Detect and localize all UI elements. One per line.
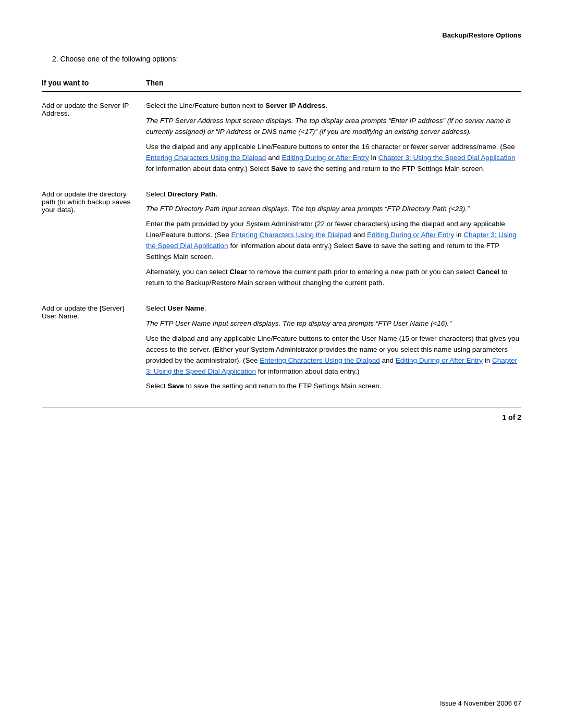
row3-para3: Use the dialpad and any applicable Line/… [146,334,521,377]
table-row: Add or update the [Server] User Name. Se… [42,303,521,392]
issue-label: Issue 4 November 2006 67 [440,699,521,707]
row1-para1: Select the Line/Feature button next to S… [146,101,521,112]
row2-para3: Enter the path provided by your System A… [146,219,521,263]
table-row: Add or update the directory path (to whi… [42,189,521,289]
row3-para2: The FTP User Name Input screen displays.… [146,318,521,329]
col-header-right: Then [146,79,521,87]
link-chapter3-1[interactable]: Chapter 3: Using the Speed Dial Applicat… [378,154,516,162]
row3-para4: Select Save to save the setting and retu… [146,381,521,392]
cell-right-1: Select the Line/Feature button next to S… [146,101,521,175]
row2-para4: Alternately, you can select Clear to rem… [146,267,521,289]
cell-right-2: Select Directory Path. The FTP Directory… [146,189,521,289]
bottom-footer: Issue 4 November 2006 67 [42,699,521,707]
row2-para1: Select Directory Path. [146,189,521,200]
chapter-title: Backup/Restore Options [442,31,521,39]
options-table: If you want to Then Add or update the Se… [42,79,521,392]
link-entering-chars-2[interactable]: Entering Characters Using the Dialpad [231,231,351,239]
cell-left-1: Add or update the Server IP Address. [42,101,146,117]
row2-para2: The FTP Directory Path Input screen disp… [146,204,521,215]
row1-para3: Use the dialpad and any applicable Line/… [146,142,521,175]
cell-left-3: Add or update the [Server] User Name. [42,303,146,320]
link-editing-during-2[interactable]: Editing During or After Entry [367,231,454,239]
footer-line: 1 of 2 [42,408,521,422]
page: Backup/Restore Options 2. Choose one of … [0,0,563,728]
row3-para1: Select User Name. [146,303,521,314]
row1-para2: The FTP Server Address Input screen disp… [146,116,521,138]
col-header-left: If you want to [42,79,146,87]
table-row: Add or update the Server IP Address. Sel… [42,101,521,175]
cell-left-2: Add or update the directory path (to whi… [42,189,146,214]
table-header-row: If you want to Then [42,79,521,92]
page-number: 1 of 2 [42,413,521,422]
link-editing-during-1[interactable]: Editing During or After Entry [282,154,369,162]
link-entering-chars-3[interactable]: Entering Characters Using the Dialpad [260,356,380,364]
cell-right-3: Select User Name. The FTP User Name Inpu… [146,303,521,392]
link-entering-chars-1[interactable]: Entering Characters Using the Dialpad [146,154,266,162]
chapter-header: Backup/Restore Options [42,31,521,39]
link-editing-during-3[interactable]: Editing During or After Entry [396,356,483,364]
intro-text: 2. Choose one of the following options: [52,55,521,63]
